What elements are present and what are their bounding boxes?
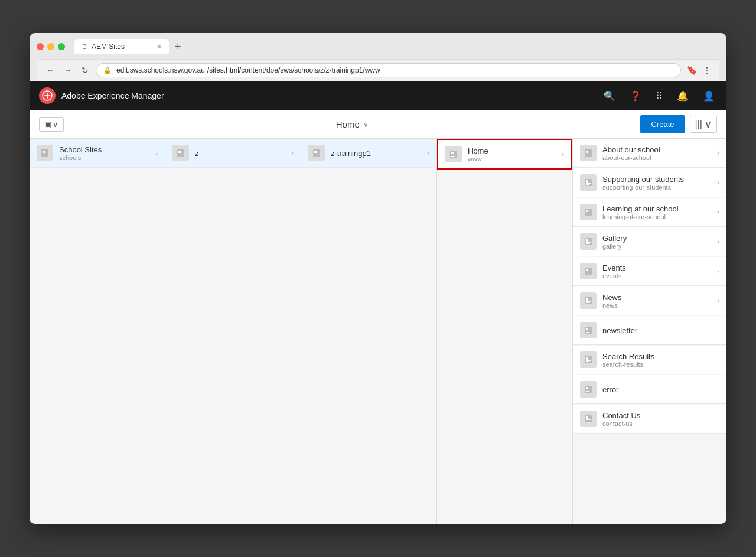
item-sub: supporting-our-students xyxy=(602,184,711,191)
tab-title: AEM Sites xyxy=(92,43,125,51)
svg-rect-20 xyxy=(586,155,589,155)
item-chevron-icon: › xyxy=(717,208,719,216)
item-page-icon xyxy=(37,145,53,161)
tab-close-button[interactable]: ✕ xyxy=(157,43,162,51)
svg-rect-4 xyxy=(43,155,46,155)
panel-toggle-button[interactable]: ▣ ∨ xyxy=(39,117,64,132)
url-domain: edit.sws.schools.nsw.gov.au xyxy=(116,66,205,74)
toolbar-left: ▣ ∨ xyxy=(39,117,64,132)
column-1: School Sites schools › xyxy=(30,139,165,524)
svg-rect-12 xyxy=(314,155,318,155)
svg-rect-24 xyxy=(586,184,589,185)
aem-logo: Adobe Experience Manager xyxy=(39,87,164,104)
item-sub: events xyxy=(602,272,711,279)
svg-rect-54 xyxy=(586,416,588,419)
svg-rect-11 xyxy=(314,154,319,154)
help-icon-button[interactable]: ❓ xyxy=(627,88,644,104)
view-chevron-icon: ∨ xyxy=(705,119,712,130)
bookmark-button[interactable]: 🔖 xyxy=(686,64,698,76)
item-page-icon xyxy=(580,381,597,398)
more-button[interactable]: ⋮ xyxy=(702,64,712,76)
list-item[interactable]: Supporting our studentssupporting-our-st… xyxy=(573,168,726,197)
svg-rect-48 xyxy=(586,361,589,362)
refresh-button[interactable]: ↻ xyxy=(79,64,91,76)
list-item[interactable]: Newsnews› xyxy=(573,286,726,315)
svg-rect-26 xyxy=(586,210,588,212)
aem-toolbar: ▣ ∨ Home ∨ Create ||| ∨ xyxy=(30,110,726,139)
traffic-lights xyxy=(37,43,65,50)
item-chevron-icon: › xyxy=(717,297,719,305)
item-name: Gallery xyxy=(602,234,711,243)
active-tab[interactable]: 🗋 AEM Sites ✕ xyxy=(74,39,169,54)
item-text: Newsnews xyxy=(602,293,711,309)
svg-rect-10 xyxy=(314,151,317,153)
list-item[interactable]: Gallerygallery› xyxy=(573,227,726,256)
home-label[interactable]: Home xyxy=(336,119,360,129)
column-5: About our schoolabout-our-school›Support… xyxy=(573,139,726,524)
browser-titlebar: 🗋 AEM Sites ✕ + ← → ↻ 🔒 edit.sws.schools… xyxy=(30,33,726,81)
apps-icon-button[interactable]: ⠿ xyxy=(653,88,665,104)
svg-rect-55 xyxy=(586,419,591,420)
url-bar[interactable]: 🔒 edit.sws.schools.nsw.gov.au /sites.htm… xyxy=(96,63,681,77)
svg-rect-43 xyxy=(586,331,591,331)
list-item[interactable]: School Sites schools › xyxy=(30,139,165,168)
list-item[interactable]: Home www › xyxy=(437,139,572,170)
tab-bar: 🗋 AEM Sites ✕ + xyxy=(74,39,185,54)
item-text: Learning at our schoollearning-at-our-sc… xyxy=(602,204,711,220)
list-item[interactable]: z › xyxy=(165,139,301,168)
item-text: Supporting our studentssupporting-our-st… xyxy=(602,175,711,191)
list-item[interactable]: Eventsevents› xyxy=(573,257,726,286)
item-name: z-trainingp1 xyxy=(331,149,421,158)
item-sub: search-results xyxy=(602,361,719,368)
close-button[interactable] xyxy=(37,43,44,50)
list-item[interactable]: error xyxy=(573,375,726,404)
lock-icon: 🔒 xyxy=(103,67,112,74)
list-item[interactable]: Search Resultssearch-results xyxy=(573,346,726,374)
view-icon: ||| xyxy=(695,119,702,130)
aem-topbar: Adobe Experience Manager 🔍 ❓ ⠿ 🔔 👤 xyxy=(30,81,726,110)
back-button[interactable]: ← xyxy=(44,64,57,76)
search-icon-button[interactable]: 🔍 xyxy=(601,88,618,104)
item-text: error xyxy=(602,385,719,394)
notifications-icon-button[interactable]: 🔔 xyxy=(674,88,691,104)
view-toggle[interactable]: ||| ∨ xyxy=(690,116,717,133)
list-item[interactable]: About our schoolabout-our-school› xyxy=(573,139,726,168)
tab-favicon-icon: 🗋 xyxy=(82,43,88,50)
item-name: Learning at our school xyxy=(602,204,711,213)
svg-rect-27 xyxy=(586,213,591,213)
svg-rect-47 xyxy=(586,360,591,361)
svg-rect-6 xyxy=(178,151,181,153)
user-icon-button[interactable]: 👤 xyxy=(700,88,717,104)
list-item[interactable]: newsletter xyxy=(573,316,726,345)
item-sub: www xyxy=(468,155,556,162)
item-name: School Sites xyxy=(59,145,149,154)
list-item[interactable]: Contact Uscontact-us xyxy=(573,405,726,434)
svg-rect-14 xyxy=(451,152,454,154)
panel-toggle-icon: ▣ xyxy=(44,120,51,129)
svg-rect-42 xyxy=(586,328,588,330)
maximize-button[interactable] xyxy=(58,43,65,50)
minimize-button[interactable] xyxy=(47,43,54,50)
item-sub: contact-us xyxy=(602,420,719,427)
list-item[interactable]: Learning at our schoollearning-at-our-sc… xyxy=(573,198,726,227)
svg-rect-52 xyxy=(586,391,589,392)
svg-rect-19 xyxy=(586,154,591,154)
aem-content: ▣ ∨ Home ∨ Create ||| ∨ xyxy=(30,110,726,524)
url-path: /sites.html/content/doe/sws/schools/z/z-… xyxy=(207,66,380,74)
item-name: Search Results xyxy=(602,352,719,361)
create-button[interactable]: Create xyxy=(640,115,685,133)
browser-controls: 🗋 AEM Sites ✕ + xyxy=(37,39,719,54)
list-item[interactable]: z-trainingp1 › xyxy=(301,139,436,168)
svg-rect-32 xyxy=(586,243,589,244)
svg-rect-35 xyxy=(586,272,591,272)
item-chevron-icon: › xyxy=(427,149,429,157)
item-text: About our schoolabout-our-school xyxy=(602,145,711,161)
address-bar-row: ← → ↻ 🔒 edit.sws.schools.nsw.gov.au /sit… xyxy=(37,59,719,81)
svg-rect-3 xyxy=(43,154,47,154)
browser-menu-icons: 🔖 ⋮ xyxy=(686,64,712,76)
item-name: Home xyxy=(468,146,556,155)
aem-logo-icon xyxy=(39,87,56,104)
new-tab-button[interactable]: + xyxy=(171,41,185,53)
item-chevron-icon: › xyxy=(717,178,719,187)
forward-button[interactable]: → xyxy=(61,64,74,76)
